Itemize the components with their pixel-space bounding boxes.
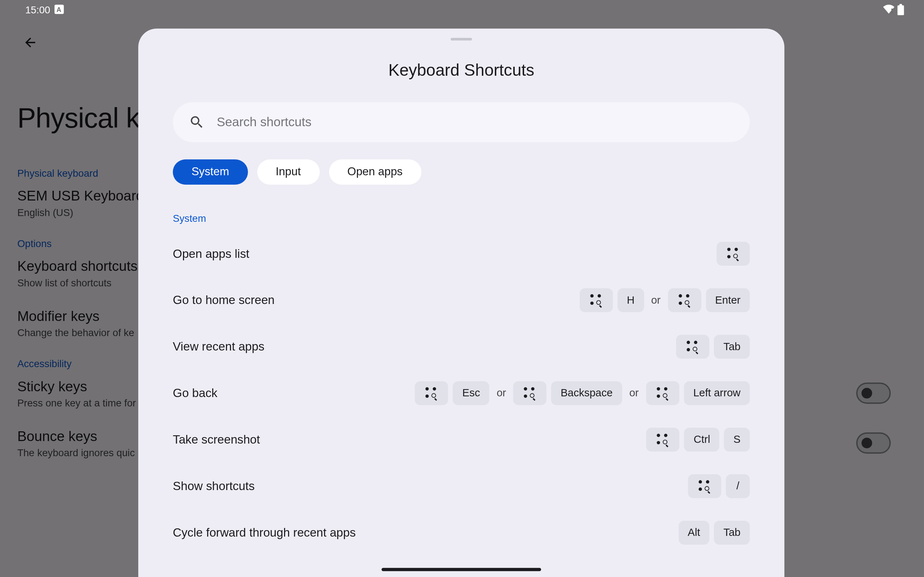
key-tab: Tab <box>714 335 750 358</box>
keyboard-shortcuts-sheet: Keyboard Shortcuts System Input Open app… <box>138 29 784 577</box>
shortcut-label: Go back <box>173 386 217 400</box>
search-key-icon <box>676 335 709 358</box>
search-key-icon <box>668 288 701 312</box>
shortcut-label: Show shortcuts <box>173 479 255 493</box>
battery-icon <box>897 3 904 15</box>
status-bar: 15:00 A <box>0 0 924 19</box>
shortcut-label: View recent apps <box>173 340 265 354</box>
search-key-icon <box>513 381 546 405</box>
navigation-pill[interactable] <box>381 568 541 571</box>
tab-input[interactable]: Input <box>257 160 320 185</box>
search-input[interactable] <box>216 115 734 130</box>
search-key-icon <box>646 381 679 405</box>
key-s: S <box>724 428 750 451</box>
key-backspace: Backspace <box>551 381 622 405</box>
shortcut-open-apps-list: Open apps list <box>173 230 750 277</box>
shortcut-show-shortcuts: Show shortcuts / <box>173 463 750 509</box>
sheet-title: Keyboard Shortcuts <box>173 61 750 80</box>
shortcut-go-back: Go back Esc or Backspace or Left arrow <box>173 370 750 416</box>
status-time: 15:00 <box>25 3 50 15</box>
search-icon <box>189 114 205 130</box>
wifi-icon <box>883 5 895 14</box>
shortcut-label: Go to home screen <box>173 293 275 307</box>
svg-rect-0 <box>892 10 893 14</box>
key-ctrl: Ctrl <box>684 428 719 451</box>
shortcut-label: Open apps list <box>173 247 249 261</box>
key-h: H <box>617 288 644 312</box>
search-key-icon <box>646 428 680 451</box>
key-slash: / <box>726 474 750 498</box>
tab-open-apps[interactable]: Open apps <box>329 160 421 185</box>
key-tab: Tab <box>714 521 750 545</box>
shortcut-label: Take screenshot <box>173 433 260 447</box>
or-separator: or <box>494 387 509 399</box>
svg-point-1 <box>891 9 893 10</box>
key-esc: Esc <box>453 381 489 405</box>
sheet-grabber[interactable] <box>451 38 472 40</box>
or-separator: or <box>649 294 663 306</box>
shortcut-cycle-forward: Cycle forward through recent apps Alt Ta… <box>173 509 750 556</box>
section-heading-system: System <box>173 213 750 224</box>
search-key-icon <box>415 381 448 405</box>
shortcut-recent-apps: View recent apps Tab <box>173 324 750 370</box>
key-left-arrow: Left arrow <box>684 381 750 405</box>
shortcut-screenshot: Take screenshot Ctrl S <box>173 416 750 463</box>
search-key-icon <box>716 242 750 266</box>
svg-rect-2 <box>897 5 904 15</box>
search-key-icon <box>688 474 721 498</box>
shortcut-go-home: Go to home screen H or Enter <box>173 277 750 324</box>
svg-rect-3 <box>900 3 902 5</box>
or-separator: or <box>627 387 641 399</box>
shortcut-label: Cycle forward through recent apps <box>173 526 356 540</box>
tab-system[interactable]: System <box>173 160 248 185</box>
key-enter: Enter <box>706 288 750 312</box>
status-badge-icon: A <box>54 5 63 14</box>
search-shortcuts-field[interactable] <box>173 102 750 142</box>
search-key-icon <box>580 288 613 312</box>
key-alt: Alt <box>678 521 709 545</box>
tab-bar: System Input Open apps <box>173 160 750 185</box>
